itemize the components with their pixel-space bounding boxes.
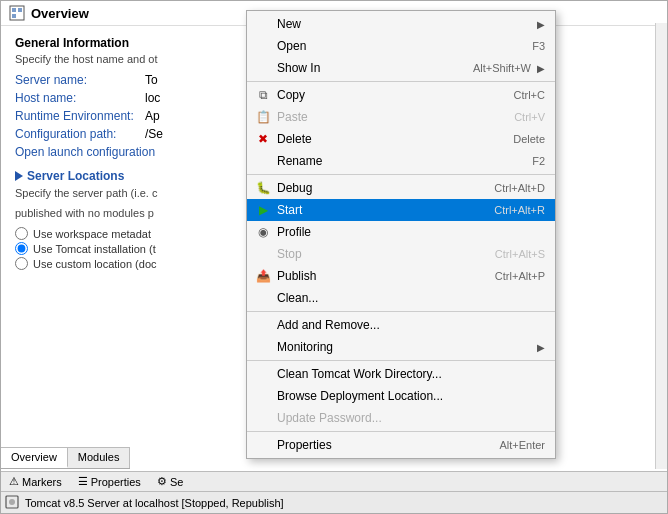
menu-sep-sep4 xyxy=(247,360,555,361)
menu-item-label-update-password: Update Password... xyxy=(277,411,545,425)
server-locations-label: Server Locations xyxy=(27,169,124,183)
menu-item-monitoring[interactable]: Monitoring▶ xyxy=(247,336,555,358)
server-name-value: To xyxy=(145,73,158,87)
vertical-scrollbar[interactable] xyxy=(655,23,667,469)
radio-workspace-input[interactable] xyxy=(15,227,28,240)
context-menu: New▶OpenF3Show InAlt+Shift+W▶⧉CopyCtrl+C… xyxy=(246,10,556,459)
menu-item-label-profile: Profile xyxy=(277,225,545,239)
menu-item-shortcut-open: F3 xyxy=(532,40,545,52)
radio-tomcat-input[interactable] xyxy=(15,242,28,255)
menu-item-show-in[interactable]: Show InAlt+Shift+W▶ xyxy=(247,57,555,79)
svg-point-5 xyxy=(9,499,15,505)
menu-item-label-publish: Publish xyxy=(277,269,475,283)
properties-tab[interactable]: ☰ Properties xyxy=(70,472,149,491)
menu-item-start[interactable]: ▶StartCtrl+Alt+R xyxy=(247,199,555,221)
menu-item-label-monitoring: Monitoring xyxy=(277,340,537,354)
menu-item-label-start: Start xyxy=(277,203,474,217)
menu-item-open[interactable]: OpenF3 xyxy=(247,35,555,57)
start-icon: ▶ xyxy=(255,202,271,218)
menu-item-clean-tomcat[interactable]: Clean Tomcat Work Directory... xyxy=(247,363,555,385)
menu-item-clean[interactable]: Clean... xyxy=(247,287,555,309)
host-name-value: loc xyxy=(145,91,160,105)
menu-item-shortcut-start: Ctrl+Alt+R xyxy=(494,204,545,216)
menu-item-shortcut-debug: Ctrl+Alt+D xyxy=(494,182,545,194)
menu-item-copy[interactable]: ⧉CopyCtrl+C xyxy=(247,84,555,106)
menu-item-label-browse-deployment: Browse Deployment Location... xyxy=(277,389,545,403)
publish-icon: 📤 xyxy=(255,268,271,284)
menu-item-label-delete: Delete xyxy=(277,132,493,146)
menu-item-label-new: New xyxy=(277,17,537,31)
menu-item-label-debug: Debug xyxy=(277,181,474,195)
editor-tabs: Overview Modules xyxy=(1,447,130,469)
menu-item-arrow-new: ▶ xyxy=(537,19,545,30)
menu-sep-sep1 xyxy=(247,81,555,82)
profile-icon: ◉ xyxy=(255,224,271,240)
server-icon xyxy=(5,495,19,511)
menu-item-paste: 📋PasteCtrl+V xyxy=(247,106,555,128)
menu-item-label-rename: Rename xyxy=(277,154,512,168)
menu-item-debug[interactable]: 🐛DebugCtrl+Alt+D xyxy=(247,177,555,199)
status-text: Tomcat v8.5 Server at localhost [Stopped… xyxy=(25,497,284,509)
menu-item-label-paste: Paste xyxy=(277,110,494,124)
svg-rect-2 xyxy=(18,8,22,12)
menu-item-arrow-monitoring: ▶ xyxy=(537,342,545,353)
markers-icon: ⚠ xyxy=(9,475,19,488)
menu-item-shortcut-show-in: Alt+Shift+W xyxy=(473,62,531,74)
menu-item-shortcut-properties: Alt+Enter xyxy=(499,439,545,451)
tab-overview[interactable]: Overview xyxy=(1,448,68,468)
menu-item-label-clean-tomcat: Clean Tomcat Work Directory... xyxy=(277,367,545,381)
radio-custom-label: Use custom location (doc xyxy=(33,258,157,270)
menu-item-properties[interactable]: PropertiesAlt+Enter xyxy=(247,434,555,456)
menu-item-add-remove[interactable]: Add and Remove... xyxy=(247,314,555,336)
menu-item-delete[interactable]: ✖DeleteDelete xyxy=(247,128,555,150)
tab-modules[interactable]: Modules xyxy=(68,448,131,468)
status-bar: Tomcat v8.5 Server at localhost [Stopped… xyxy=(1,491,667,513)
svg-rect-1 xyxy=(12,8,16,12)
delete-icon: ✖ xyxy=(255,131,271,147)
menu-item-new[interactable]: New▶ xyxy=(247,13,555,35)
page-title: Overview xyxy=(31,6,89,21)
radio-custom-input[interactable] xyxy=(15,257,28,270)
runtime-env-value: Ap xyxy=(145,109,160,123)
host-name-label: Host name: xyxy=(15,91,145,105)
menu-item-shortcut-copy: Ctrl+C xyxy=(514,89,545,101)
menu-item-publish[interactable]: 📤PublishCtrl+Alt+P xyxy=(247,265,555,287)
config-path-value: /Se xyxy=(145,127,163,141)
properties-icon: ☰ xyxy=(78,475,88,488)
menu-item-rename[interactable]: RenameF2 xyxy=(247,150,555,172)
menu-item-label-show-in: Show In xyxy=(277,61,453,75)
menu-item-browse-deployment[interactable]: Browse Deployment Location... xyxy=(247,385,555,407)
debug-icon: 🐛 xyxy=(255,180,271,196)
menu-item-shortcut-paste: Ctrl+V xyxy=(514,111,545,123)
markers-tab[interactable]: ⚠ Markers xyxy=(1,472,70,491)
menu-item-shortcut-stop: Ctrl+Alt+S xyxy=(495,248,545,260)
menu-item-label-clean: Clean... xyxy=(277,291,545,305)
menu-item-shortcut-rename: F2 xyxy=(532,155,545,167)
menu-item-update-password: Update Password... xyxy=(247,407,555,429)
collapse-triangle-icon xyxy=(15,171,23,181)
bottom-panel: ⚠ Markers ☰ Properties ⚙ Se xyxy=(1,471,667,491)
paste-icon: 📋 xyxy=(255,109,271,125)
menu-item-profile[interactable]: ◉Profile xyxy=(247,221,555,243)
svg-rect-3 xyxy=(12,14,16,18)
menu-item-label-copy: Copy xyxy=(277,88,494,102)
open-launch-config-link[interactable]: Open launch configuration xyxy=(15,145,155,159)
se-icon: ⚙ xyxy=(157,475,167,488)
menu-sep-sep5 xyxy=(247,431,555,432)
overview-icon xyxy=(9,5,25,21)
radio-tomcat-label: Use Tomcat installation (t xyxy=(33,243,156,255)
config-path-label: Configuration path: xyxy=(15,127,145,141)
server-name-label: Server name: xyxy=(15,73,145,87)
radio-workspace-label: Use workspace metadat xyxy=(33,228,151,240)
menu-item-shortcut-delete: Delete xyxy=(513,133,545,145)
menu-sep-sep3 xyxy=(247,311,555,312)
runtime-env-label: Runtime Environment: xyxy=(15,109,145,123)
menu-item-label-open: Open xyxy=(277,39,512,53)
menu-item-label-stop: Stop xyxy=(277,247,475,261)
menu-item-shortcut-publish: Ctrl+Alt+P xyxy=(495,270,545,282)
menu-item-label-properties: Properties xyxy=(277,438,479,452)
menu-sep-sep2 xyxy=(247,174,555,175)
se-tab[interactable]: ⚙ Se xyxy=(149,472,191,491)
menu-item-label-add-remove: Add and Remove... xyxy=(277,318,545,332)
copy-icon: ⧉ xyxy=(255,87,271,103)
